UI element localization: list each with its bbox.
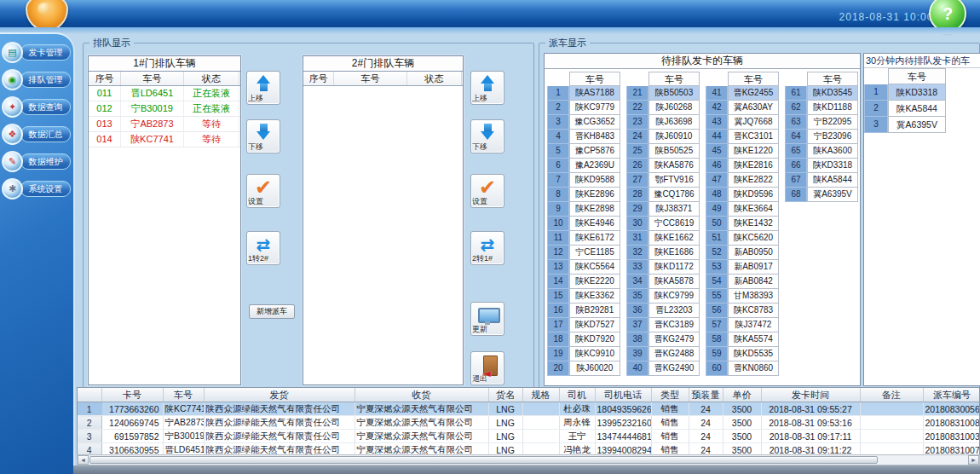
pending-row[interactable]: 67陕KA5844 (785, 173, 858, 188)
pending-row[interactable]: 14陕KE2220 (547, 275, 620, 289)
move-up-button[interactable]: 上移 (470, 71, 504, 105)
pending-row[interactable]: 22陕J60268 (626, 101, 700, 115)
pending-row[interactable]: 55甘M38393 (706, 289, 779, 303)
pending-row[interactable]: 43冀JQ7668 (706, 115, 779, 130)
pending-row[interactable]: 63宁B22095 (785, 115, 858, 130)
scrollbar-thumb[interactable] (89, 456, 878, 464)
pending-row[interactable]: 18陕KD7920 (547, 332, 620, 347)
pending-row[interactable]: 66陕KD3318 (785, 159, 858, 173)
scroll-right-icon[interactable]: ► (968, 455, 979, 465)
pending-row[interactable]: 53新AB0917 (706, 260, 779, 275)
sidebar-item-queue-management[interactable]: ◉排队管理 (2, 70, 71, 90)
pending-30min-row[interactable]: 2陕KA5844 (864, 101, 980, 117)
pending-row[interactable]: 36晋L23203 (626, 303, 700, 318)
pending-row[interactable]: 37晋KC3189 (626, 318, 700, 332)
pending-row[interactable]: 21陕B50503 (626, 86, 700, 101)
sidebar-item-data-summary[interactable]: ❖数据汇总 (2, 124, 71, 145)
update-button[interactable]: 更新 (470, 302, 504, 336)
pending-row[interactable]: 47陕KE2822 (706, 173, 779, 188)
pending-row[interactable]: 60晋KN0860 (706, 361, 779, 376)
queue-row[interactable]: 014陕KC7741等待 (89, 132, 240, 147)
pending-row[interactable]: 26陕KA5876 (626, 159, 700, 173)
queue-row[interactable]: 011晋LD6451正在装液 (89, 86, 240, 101)
pending-row[interactable]: 31陕KE1662 (626, 231, 700, 246)
move-up-button[interactable]: 上移 (246, 71, 280, 105)
pending-row[interactable]: 27鄂FTV916 (626, 173, 700, 188)
pending-row[interactable]: 2陕KC9779 (547, 101, 620, 115)
pending-row[interactable]: 65陕KA3600 (785, 144, 858, 159)
table-row[interactable]: 21240669745宁AB2873陕西众源绿能天然气有限责任公司宁夏深燃众源天… (78, 416, 980, 430)
sidebar-item-data-maintenance[interactable]: ✎数据维护 (2, 152, 71, 172)
pending-row[interactable]: 24陕J60910 (626, 130, 700, 144)
pending-row[interactable]: 54新AB0842 (706, 275, 779, 289)
pending-row[interactable]: 13陕KC5564 (547, 260, 620, 275)
move-down-button[interactable]: 下移 (246, 119, 280, 153)
pending-row[interactable]: 15陕KE3362 (547, 289, 620, 303)
sidebar-item-card-management[interactable]: ▤发卡管理 (2, 43, 71, 63)
pending-row[interactable]: 4晋KH8483 (547, 130, 620, 144)
pending-row[interactable]: 1陕AS7188 (547, 86, 620, 101)
pending-row[interactable]: 45陕KE1220 (706, 144, 779, 159)
pending-row[interactable]: 16陕B29281 (547, 303, 620, 318)
pending-row[interactable]: 57陕J37472 (706, 318, 779, 332)
transfer-2to1-button[interactable]: ⇄2转1# (470, 231, 504, 265)
pending-row[interactable]: 25陕B50525 (626, 144, 700, 159)
set-button[interactable]: ✔设置 (246, 174, 280, 208)
pending-row[interactable]: 61陕KD3545 (785, 86, 858, 101)
pending-row[interactable]: 9陕KE2898 (547, 202, 620, 217)
queue-row[interactable]: 012宁B30019正在装液 (89, 101, 240, 117)
pending-row[interactable]: 17陕KD7527 (547, 318, 620, 332)
exit-button[interactable]: ◄ 退出 (470, 351, 504, 385)
sidebar-item-data-query[interactable]: ✦数据查询 (2, 97, 71, 118)
sidebar-menu: ▤发卡管理◉排队管理✦数据查询❖数据汇总✎数据维护✱系统设置 (0, 43, 73, 199)
pending-row[interactable]: 35陕KC9799 (626, 289, 700, 303)
pending-row[interactable]: 56陕KC8783 (706, 303, 779, 318)
pending-row[interactable]: 28豫CQ1786 (626, 188, 700, 202)
pending-row[interactable]: 41晋KG2455 (706, 86, 779, 101)
pending-row[interactable]: 8陕KE2896 (547, 188, 620, 202)
pending-row[interactable]: 42冀A630AY (706, 101, 779, 115)
pending-row[interactable]: 49陕KE3664 (706, 202, 779, 217)
move-down-button[interactable]: 下移 (470, 119, 504, 153)
pending-row[interactable]: 11陕KE6172 (547, 231, 620, 246)
set-button[interactable]: ✔设置 (470, 174, 504, 208)
pending-row[interactable]: 20陕J60020 (547, 361, 620, 376)
pending-row[interactable]: 38晋KG2479 (626, 332, 700, 347)
add-dispatch-button[interactable]: 新增派车 (249, 304, 295, 319)
horizontal-scrollbar[interactable]: ◄ ► (77, 454, 980, 465)
table-row[interactable]: 3691597852宁B30019陕西众源绿能天然气有限责任公司宁夏深燃众源天然… (78, 430, 980, 443)
pending-row[interactable]: 46陕KE2816 (706, 159, 779, 173)
pending-row[interactable]: 3豫CG3652 (547, 115, 620, 130)
sidebar-item-system-settings[interactable]: ✱系统设置 (2, 179, 71, 199)
queue-row[interactable]: 013宁AB2873等待 (89, 117, 240, 132)
pending-row[interactable]: 39晋KG2488 (626, 347, 700, 361)
pending-row[interactable]: 12宁CE1185 (547, 246, 620, 260)
scroll-left-icon[interactable]: ◄ (78, 455, 89, 465)
pending-row[interactable]: 51陕KC5620 (706, 231, 779, 246)
pending-30min-row[interactable]: 3冀A6395V (864, 117, 980, 133)
pending-row[interactable]: 6豫A2369U (547, 159, 620, 173)
pending-row[interactable]: 32陕KE1686 (626, 246, 700, 260)
pending-row[interactable]: 33陕KD1172 (626, 260, 700, 275)
pending-row[interactable]: 5豫CP5876 (547, 144, 620, 159)
pending-row[interactable]: 30宁CC8619 (626, 217, 700, 231)
transfer-1to2-button[interactable]: ⇄1转2# (246, 231, 280, 265)
pending-row[interactable]: 68冀A6395V (785, 188, 858, 202)
pending-row[interactable]: 23陕J63698 (626, 115, 700, 130)
pending-row[interactable]: 59陕KD5535 (706, 347, 779, 361)
table-row[interactable]: 11773663260陕KC7741陕西众源绿能天然气有限责任公司宁夏深燃众源天… (78, 402, 980, 416)
pending-row[interactable]: 50陕KE1432 (706, 217, 779, 231)
pending-row[interactable]: 48陕KD9596 (706, 188, 779, 202)
pending-row[interactable]: 62陕KD1188 (785, 101, 858, 115)
pending-row[interactable]: 40晋KG2490 (626, 361, 700, 376)
pending-row[interactable]: 7陕KD9588 (547, 173, 620, 188)
pending-row[interactable]: 29陕J38371 (626, 202, 700, 217)
pending-row[interactable]: 64宁B23096 (785, 130, 858, 144)
pending-row[interactable]: 10陕KE4946 (547, 217, 620, 231)
pending-row[interactable]: 44晋KC3101 (706, 130, 779, 144)
pending-row[interactable]: 19陕KC9910 (547, 347, 620, 361)
pending-row[interactable]: 34陕KA5878 (626, 275, 700, 289)
pending-30min-row[interactable]: 1陕KD3318 (864, 84, 980, 101)
pending-row[interactable]: 58陕KA5574 (706, 332, 779, 347)
pending-row[interactable]: 52新AB0950 (706, 246, 779, 260)
